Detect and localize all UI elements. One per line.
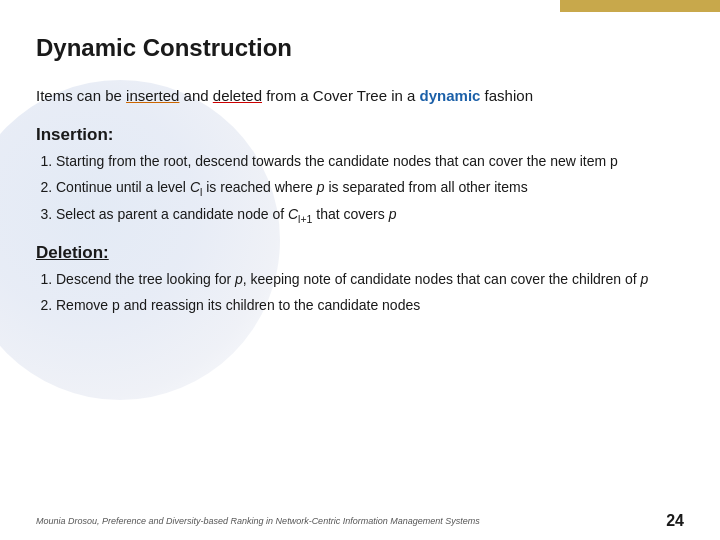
intro-part4: fashion — [480, 87, 533, 104]
intro-part1: Items can be — [36, 87, 126, 104]
sub-l1: l+1 — [298, 213, 312, 225]
intro-part2: and — [179, 87, 212, 104]
sub-l: l — [200, 186, 202, 198]
intro-part3: from a Cover Tree in a — [262, 87, 420, 104]
intro-paragraph: Items can be inserted and deleted from a… — [36, 84, 684, 107]
deletion-section: Deletion: Descend the tree looking for p… — [36, 243, 684, 316]
deletion-item-2: Remove p and reassign its children to th… — [56, 295, 684, 317]
insertion-item-1: Starting from the root, descend towards … — [56, 151, 684, 173]
deletion-title: Deletion: — [36, 243, 684, 263]
deletion-item-1: Descend the tree looking for p, keeping … — [56, 269, 684, 291]
insertion-item-3: Select as parent a candidate node of Cl+… — [56, 204, 684, 227]
footer-citation: Mounia Drosou, Preference and Diversity-… — [36, 516, 480, 526]
footer: Mounia Drosou, Preference and Diversity-… — [36, 512, 684, 530]
top-decorative-bar — [560, 0, 720, 12]
intro-dynamic: dynamic — [420, 87, 481, 104]
insertion-item-2: Continue until a level Cl is reached whe… — [56, 177, 684, 200]
slide: Dynamic Construction Items can be insert… — [0, 0, 720, 540]
page-number: 24 — [666, 512, 684, 530]
deletion-list: Descend the tree looking for p, keeping … — [56, 269, 684, 316]
intro-inserted: inserted — [126, 87, 179, 104]
insertion-section: Insertion: Starting from the root, desce… — [36, 125, 684, 227]
intro-deleted: deleted — [213, 87, 262, 104]
slide-content: Dynamic Construction Items can be insert… — [36, 34, 684, 316]
insertion-list: Starting from the root, descend towards … — [56, 151, 684, 227]
slide-title: Dynamic Construction — [36, 34, 684, 62]
insertion-title: Insertion: — [36, 125, 684, 145]
